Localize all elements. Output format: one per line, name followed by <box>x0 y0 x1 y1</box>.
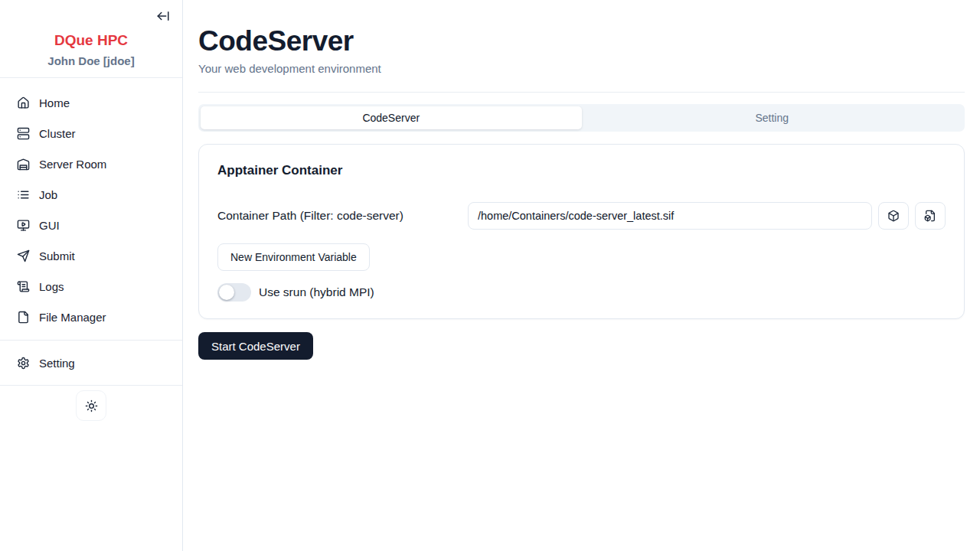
sidebar-item-label: GUI <box>39 219 60 232</box>
select-sif-file-button[interactable] <box>915 202 946 230</box>
warehouse-icon <box>17 158 30 171</box>
sidebar-divider <box>0 385 182 386</box>
user-name: John Doe [jdoe] <box>0 54 182 68</box>
sidebar-nav: Home Cluster Server Ro <box>0 78 182 332</box>
app-root: DQue HPC John Doe [jdoe] Home <box>0 0 980 551</box>
browse-container-button[interactable] <box>878 202 909 230</box>
card-title: Apptainer Container <box>217 163 946 178</box>
sidebar-item-label: Submit <box>39 249 75 262</box>
tab-list: CodeServer Setting <box>198 104 965 132</box>
sidebar-item-label: Cluster <box>39 127 76 140</box>
sidebar-item-label: Server Room <box>39 158 106 171</box>
monitor-play-icon <box>17 219 30 232</box>
scroll-text-icon <box>17 280 30 293</box>
srun-toggle-knob <box>219 285 234 300</box>
container-path-label: Container Path (Filter: code-server) <box>217 209 468 223</box>
sidebar-item-job[interactable]: Job <box>0 179 182 210</box>
house-icon <box>17 96 30 109</box>
srun-toggle[interactable] <box>217 283 251 302</box>
sidebar-item-label: Setting <box>39 357 75 370</box>
sidebar-item-setting[interactable]: Setting <box>0 347 182 378</box>
page-title: CodeServer <box>198 26 965 57</box>
file-box-icon <box>924 210 936 222</box>
collapse-sidebar-icon <box>156 9 170 23</box>
sidebar-item-logs[interactable]: Logs <box>0 271 182 302</box>
main-content: CodeServer Your web development environm… <box>183 0 980 551</box>
srun-toggle-row: Use srun (hybrid MPI) <box>217 283 946 302</box>
sidebar-item-gui[interactable]: GUI <box>0 210 182 240</box>
tab-setting[interactable]: Setting <box>582 106 963 129</box>
tab-codeserver[interactable]: CodeServer <box>201 106 582 129</box>
apptainer-container-card: Apptainer Container Container Path (Filt… <box>198 144 965 319</box>
srun-toggle-label: Use srun (hybrid MPI) <box>259 285 374 299</box>
collapse-sidebar-button[interactable] <box>155 8 171 24</box>
sidebar-item-label: Job <box>39 188 57 201</box>
start-codeserver-button[interactable]: Start CodeServer <box>198 332 313 360</box>
sidebar-item-home[interactable]: Home <box>0 87 182 118</box>
server-icon <box>17 127 30 140</box>
container-path-row: Container Path (Filter: code-server) <box>217 202 946 230</box>
brand-title: DQue HPC <box>0 32 182 49</box>
sidebar-item-server-room[interactable]: Server Room <box>0 148 182 179</box>
send-icon <box>17 249 30 262</box>
theme-toggle-button[interactable] <box>76 390 106 421</box>
file-icon <box>17 311 30 324</box>
sidebar-item-file-manager[interactable]: File Manager <box>0 302 182 332</box>
container-path-input[interactable] <box>468 202 872 230</box>
box-icon <box>887 210 900 222</box>
header-divider <box>198 92 965 93</box>
list-icon <box>17 188 30 201</box>
sidebar-item-submit[interactable]: Submit <box>0 240 182 271</box>
sidebar-item-label: Logs <box>39 280 64 293</box>
gear-icon <box>17 357 30 370</box>
sidebar-divider <box>0 340 182 341</box>
sidebar-item-label: Home <box>39 96 70 109</box>
new-environment-variable-button[interactable]: New Environment Variable <box>217 243 370 271</box>
page-subtitle: Your web development environment <box>198 62 965 76</box>
sidebar-item-label: File Manager <box>39 311 106 324</box>
sidebar-item-cluster[interactable]: Cluster <box>0 118 182 148</box>
sidebar: DQue HPC John Doe [jdoe] Home <box>0 0 183 551</box>
sun-icon <box>85 399 98 412</box>
